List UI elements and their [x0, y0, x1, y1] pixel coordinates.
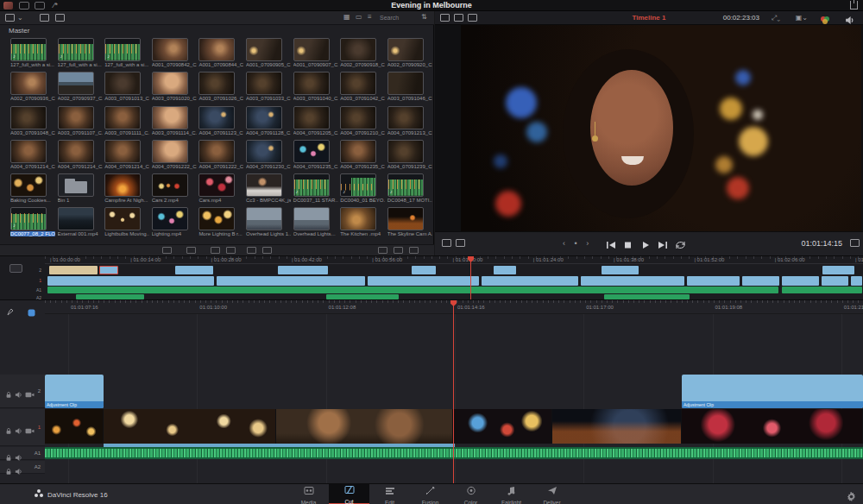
viewer-tool-icon-2[interactable]	[456, 239, 465, 247]
media-clip-thumbnail[interactable]	[246, 207, 282, 230]
play-button[interactable]	[640, 238, 652, 249]
overview-clip[interactable]	[687, 276, 740, 286]
media-clip[interactable]: A002_07090920_C...	[387, 37, 431, 71]
media-clip-thumbnail[interactable]	[152, 106, 188, 129]
media-clip-thumbnail[interactable]	[58, 173, 94, 197]
media-clip-thumbnail[interactable]	[387, 38, 424, 61]
media-clip-thumbnail[interactable]	[198, 106, 235, 129]
overview-clip[interactable]	[175, 266, 213, 274]
transport-extra-icon[interactable]	[850, 239, 860, 247]
media-clip-thumbnail[interactable]	[10, 106, 47, 129]
timeline-playhead[interactable]	[453, 300, 454, 484]
media-clip-thumbnail[interactable]	[198, 207, 235, 230]
media-clip[interactable]: A001_07090907_C...	[293, 37, 337, 71]
media-clip-thumbnail[interactable]	[387, 207, 424, 230]
media-clip[interactable]: A002_07090918_C...	[340, 37, 383, 71]
media-clip-thumbnail[interactable]	[246, 140, 282, 163]
media-clip-thumbnail[interactable]	[340, 38, 376, 61]
media-clip[interactable]: ♪DC0077_08_2 FLO...	[10, 206, 54, 240]
transform-icon[interactable]: ▣⌄	[796, 14, 808, 22]
media-clip-thumbnail[interactable]	[246, 173, 282, 197]
media-clip-thumbnail[interactable]	[387, 140, 424, 163]
media-clip[interactable]: Baking Cookies...	[10, 173, 54, 206]
media-clip-thumbnail[interactable]	[152, 207, 188, 230]
media-clip-thumbnail[interactable]: ♪	[104, 38, 141, 61]
media-clip[interactable]: Cars.mp4	[198, 173, 242, 206]
media-clip[interactable]: A004_07091214_C...	[10, 139, 54, 173]
media-clip-thumbnail[interactable]	[152, 72, 188, 95]
overview-clip[interactable]	[49, 266, 98, 274]
media-clip-thumbnail[interactable]	[293, 106, 330, 129]
clips-view-icon[interactable]	[5, 14, 15, 22]
overview-clip[interactable]	[412, 266, 436, 274]
snapping-tool-icon[interactable]	[28, 305, 35, 320]
overview-clip[interactable]	[602, 266, 639, 274]
tab-cut[interactable]: Cut	[329, 484, 369, 504]
stop-button[interactable]	[623, 238, 635, 249]
overview-clip[interactable]	[822, 266, 854, 274]
overview-clip[interactable]	[494, 266, 516, 274]
import-folder-icon[interactable]	[55, 14, 65, 22]
media-clip-thumbnail[interactable]	[340, 140, 376, 163]
media-clip[interactable]: ♪DC0040_01 BEYO...	[340, 173, 383, 206]
media-clip[interactable]: A004_07091239_C...	[387, 139, 431, 173]
strip-view-icon[interactable]: ▭	[356, 13, 362, 21]
overview-clip[interactable]	[851, 276, 862, 286]
video-clip[interactable]	[552, 409, 682, 444]
media-clip-thumbnail[interactable]	[340, 106, 376, 129]
media-clip[interactable]: A003_07091048_C...	[10, 105, 54, 139]
adjustment-clip[interactable]: Adjustment Clip	[45, 375, 104, 408]
overview-clip[interactable]	[99, 266, 118, 274]
media-clip[interactable]: A001_07090842_C...	[152, 37, 195, 71]
overview-audio-clip[interactable]	[782, 287, 862, 293]
chevron-down-icon[interactable]: ⌄	[17, 14, 23, 22]
media-clip-thumbnail[interactable]	[293, 140, 330, 163]
lock-icon[interactable]	[5, 463, 12, 479]
jog-control[interactable]: ‹ • ›	[563, 239, 592, 248]
media-clip-thumbnail[interactable]	[246, 106, 282, 129]
detail-timeline[interactable]: 01:01:07:1601:01:10:0001:01:12:0801:01:1…	[0, 299, 863, 483]
timeline-audio-a1-waveform[interactable]	[45, 447, 863, 459]
adjustment-clip[interactable]: Adjustment Clip	[682, 375, 863, 408]
media-clip-thumbnail[interactable]	[58, 106, 94, 129]
video-clip[interactable]	[682, 409, 863, 444]
source-overwrite-icon[interactable]	[262, 247, 272, 254]
media-clip-thumbnail[interactable]: ♪	[387, 173, 424, 197]
media-clip[interactable]: Cc3 - BMPCC4K_js...	[246, 173, 289, 206]
smart-insert-icon[interactable]	[162, 247, 172, 254]
media-clip[interactable]: The Kitchen .mp4	[340, 206, 383, 240]
search-input[interactable]: Search	[380, 15, 399, 21]
place-on-top-icon[interactable]	[247, 247, 256, 254]
tab-fusion[interactable]: Fusion	[410, 484, 450, 504]
media-clip[interactable]: The Skyline Cam A...	[387, 206, 431, 240]
media-clip[interactable]: A001_07090905_C...	[246, 37, 289, 71]
media-clip[interactable]: A004_07091128_C...	[246, 105, 289, 139]
overview-timeline[interactable]: | 01:00:00:00| 01:00:14:00| 01:00:28:00|…	[0, 255, 863, 299]
media-clip[interactable]: A003_07091111_C...	[104, 105, 148, 139]
media-clip[interactable]: A003_07091114_C...	[152, 105, 195, 139]
media-clip[interactable]: Bin 1	[58, 173, 101, 206]
video-clip[interactable]	[453, 409, 552, 444]
media-clip-thumbnail[interactable]	[198, 72, 235, 95]
tab-deliver[interactable]: Deliver	[532, 484, 572, 504]
media-clip-thumbnail[interactable]	[152, 173, 188, 197]
media-clip[interactable]: ♪DC0037_11 STAR...	[293, 173, 337, 206]
media-clip[interactable]: A004_07091213_C...	[387, 105, 431, 139]
overview-clip[interactable]	[47, 276, 214, 286]
settings-gear-icon[interactable]	[847, 489, 856, 504]
media-pool-tool-icon-3[interactable]	[409, 247, 419, 254]
tab-media[interactable]: Media	[288, 484, 329, 504]
media-clip-thumbnail[interactable]	[246, 72, 282, 95]
media-clip[interactable]: A003_07091013_C...	[104, 71, 148, 104]
media-clip[interactable]: More Lighting B r...	[198, 206, 242, 240]
media-clip-thumbnail[interactable]	[58, 72, 94, 95]
media-clip[interactable]: A003_07091107_C...	[58, 105, 101, 139]
overview-clip[interactable]	[217, 276, 365, 286]
media-clip-thumbnail[interactable]	[198, 173, 235, 197]
media-clip-thumbnail[interactable]	[246, 38, 282, 61]
overview-ruler[interactable]: | 01:00:00:00| 01:00:14:00| 01:00:28:00|…	[45, 256, 863, 264]
media-clip[interactable]: ♪127_full_with a si...	[58, 37, 101, 71]
media-clip[interactable]: A002_07090937_C...	[58, 71, 101, 104]
media-clip[interactable]: A003_07091042_C...	[340, 71, 383, 104]
sort-icon[interactable]: ⇅	[421, 13, 427, 21]
